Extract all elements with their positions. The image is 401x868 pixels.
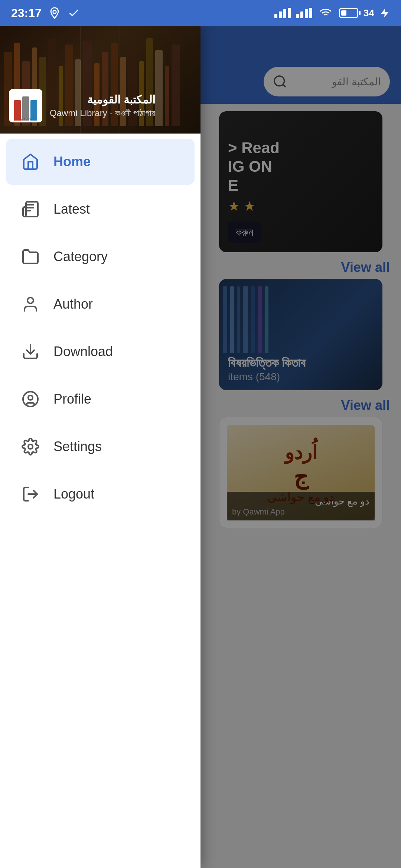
sidebar-item-author[interactable]: Author — [6, 281, 195, 327]
svg-rect-8 — [309, 8, 312, 18]
svg-rect-7 — [305, 9, 308, 18]
sidebar-item-latest-label: Latest — [53, 201, 90, 217]
time-display: 23:17 — [11, 6, 42, 20]
sidebar-item-logout-label: Logout — [53, 486, 94, 502]
sidebar-item-profile-label: Profile — [53, 391, 91, 407]
charging-icon — [379, 7, 390, 19]
sidebar-item-download[interactable]: Download — [6, 329, 195, 375]
svg-point-0 — [53, 10, 56, 13]
sidebar-item-profile[interactable]: Profile — [6, 376, 195, 422]
sidebar-item-author-label: Author — [53, 296, 93, 312]
drawer-header: المكتبة القومية المكتبة القومية Qawmi Li… — [0, 26, 200, 134]
person-icon — [21, 295, 40, 314]
gear-icon — [21, 437, 40, 456]
svg-rect-5 — [296, 14, 299, 18]
svg-point-16 — [27, 297, 33, 303]
status-bar-right: 34 — [274, 7, 390, 19]
navigation-drawer: المكتبة القومية المكتبة القومية Qawmi Li… — [0, 26, 200, 868]
overlay-dim[interactable] — [200, 26, 401, 868]
sidebar-item-logout[interactable]: Logout — [6, 471, 195, 517]
sidebar-item-latest[interactable]: Latest — [6, 186, 195, 232]
status-bar: 23:17 — [0, 0, 401, 26]
download-icon — [21, 342, 40, 361]
location-icon — [48, 7, 61, 19]
sidebar-item-category[interactable]: Category — [6, 234, 195, 280]
status-bar-left: 23:17 — [11, 6, 80, 20]
sidebar-item-category-label: Category — [53, 249, 108, 264]
sidebar-item-home-label: Home — [53, 154, 91, 170]
svg-rect-1 — [274, 14, 277, 18]
check-icon — [68, 7, 80, 19]
svg-rect-4 — [288, 8, 291, 18]
logo-name-arabic: المكتبة القومية — [50, 92, 155, 107]
folder-icon — [21, 247, 40, 266]
logo-book-gray — [22, 96, 29, 121]
sidebar-item-download-label: Download — [53, 344, 113, 359]
drawer-menu: Home Latest — [0, 134, 200, 868]
logo-name-english: Qawmi Library - কওমী পাঠাগার — [50, 107, 155, 119]
svg-marker-10 — [381, 9, 389, 17]
logo-text: المكتبة القومية Qawmi Library - কওমী পাঠ… — [50, 92, 155, 119]
logo-inner: المكتبة القومية — [11, 91, 40, 121]
svg-point-20 — [28, 444, 33, 449]
logo-icon: المكتبة القومية — [9, 89, 42, 122]
battery-icon — [339, 8, 358, 18]
signal-icon — [274, 7, 291, 19]
sidebar-item-settings-label: Settings — [53, 439, 102, 454]
profile-icon — [21, 389, 40, 409]
wifi-icon — [317, 7, 334, 19]
svg-rect-6 — [300, 11, 303, 18]
svg-rect-2 — [279, 11, 282, 18]
home-icon — [21, 152, 40, 171]
newspaper-icon — [21, 200, 40, 219]
logout-icon — [21, 484, 40, 504]
svg-point-19 — [28, 395, 33, 400]
sidebar-item-home[interactable]: Home — [6, 139, 195, 185]
svg-rect-3 — [283, 9, 286, 18]
sidebar-item-settings[interactable]: Settings — [6, 424, 195, 470]
drawer-logo: المكتبة القومية المكتبة القومية Qawmi Li… — [9, 89, 155, 122]
battery-percent: 34 — [363, 7, 374, 19]
signal-icon-2 — [296, 7, 312, 19]
main-container: المكتبة القو > Read IG ON E ★ ★ করুন — [0, 26, 401, 868]
